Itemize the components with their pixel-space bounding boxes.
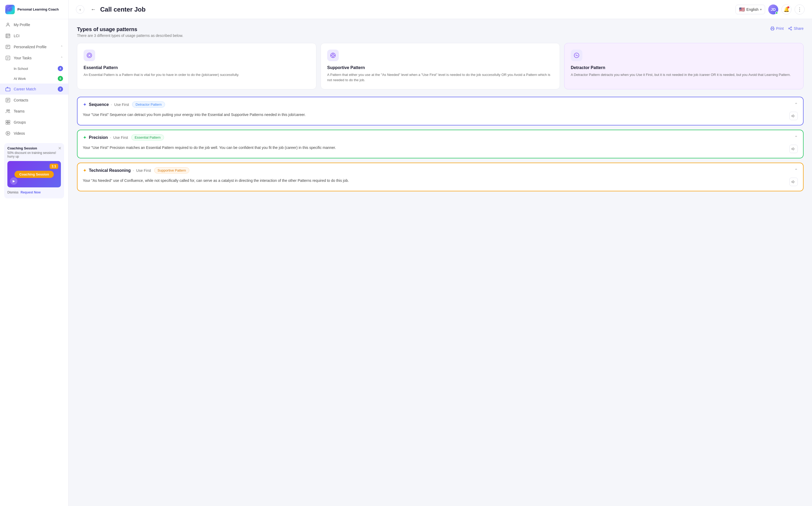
more-options-button[interactable]: ⋮: [795, 4, 805, 14]
sidebar-item-in-school[interactable]: In School 4: [0, 64, 68, 74]
in-school-badge: 4: [58, 66, 63, 71]
svg-point-15: [7, 110, 8, 111]
svg-line-28: [789, 27, 791, 28]
flag-icon: 🇺🇸: [739, 7, 745, 12]
sidebar-label-career-match: Career Match: [14, 87, 36, 91]
app-name: Personal Learning Coach: [17, 7, 59, 12]
notifications-button[interactable]: 🔔: [782, 4, 792, 14]
section-subtitle: There are 3 different types of usage pat…: [77, 33, 183, 38]
chevron-down-icon: ▾: [760, 8, 762, 11]
sidebar-item-your-tasks[interactable]: Your Tasks ⌃: [0, 53, 68, 64]
sequence-sep: -: [111, 102, 112, 107]
technical-reasoning-usage: Use First: [136, 168, 151, 173]
svg-point-1: [7, 23, 9, 25]
share-label: Share: [794, 26, 804, 30]
sidebar-item-videos[interactable]: Videos: [0, 128, 68, 139]
sidebar-toggle-button[interactable]: ‹: [76, 5, 84, 14]
sidebar-label-personalized-profile: Personalized Profile: [14, 45, 47, 49]
user-avatar[interactable]: JD: [768, 4, 778, 14]
sidebar-item-my-profile[interactable]: My Profile: [0, 19, 68, 30]
content-area: Types of usage patterns There are 3 diff…: [69, 19, 812, 506]
svg-point-30: [88, 54, 91, 57]
supportive-pattern-card: Supportive Pattern A Pattern that either…: [321, 43, 560, 89]
coaching-actions: Dismiss Request Now: [7, 189, 61, 195]
svg-rect-17: [6, 120, 8, 122]
technical-reasoning-chevron-icon: ⌃: [794, 168, 798, 173]
technical-reasoning-header[interactable]: ✦ Technical Reasoning - Use First Suppor…: [78, 163, 803, 178]
main-area: ‹ ← Call center Job 🇺🇸 English ▾ JD 🔔 ⋮ …: [69, 0, 812, 506]
svg-rect-10: [6, 88, 10, 91]
technical-reasoning-body: Your "As Needed" use of Confluence, whil…: [78, 178, 803, 191]
sequence-badge: Detractor Pattern: [132, 101, 165, 107]
dismiss-button[interactable]: Dismiss: [7, 189, 18, 195]
svg-marker-22: [7, 133, 9, 135]
sidebar-item-at-work[interactable]: At Work 6: [0, 74, 68, 84]
detractor-pattern-desc: A Detractor Pattern detracts you when yo…: [571, 72, 797, 78]
sidebar-label-groups: Groups: [14, 120, 26, 124]
svg-point-16: [8, 110, 10, 111]
sidebar-item-personalized-profile[interactable]: Personalized Profile ⌃: [0, 41, 68, 53]
svg-marker-38: [792, 115, 793, 117]
precision-usage: Use First: [113, 136, 128, 140]
sidebar-item-teams[interactable]: Teams: [0, 106, 68, 117]
sidebar-label-teams: Teams: [14, 109, 24, 113]
sidebar-label-videos: Videos: [14, 131, 25, 136]
sequence-header[interactable]: ✦ Sequence - Use First Detractor Pattern…: [78, 97, 803, 112]
sequence-description: Your "Use First" Sequence can detract yo…: [83, 112, 786, 117]
chevron-up-icon-tasks: ⌃: [60, 56, 63, 60]
sequence-usage: Use First: [114, 102, 129, 107]
section-header: Types of usage patterns There are 3 diff…: [77, 26, 804, 38]
sequence-audio-button[interactable]: [789, 112, 798, 120]
precision-pattern-box: ✦ Precision - Use First Essential Patter…: [77, 130, 804, 158]
share-button[interactable]: Share: [788, 26, 804, 30]
one-on-one-badge: 1:1: [50, 164, 58, 169]
coaching-close-button[interactable]: ✕: [58, 146, 62, 151]
avatar-initials: JD: [770, 7, 776, 12]
print-label: Print: [776, 26, 784, 30]
detractor-pattern-title: Detractor Pattern: [571, 65, 797, 70]
precision-description: Your "Use First" Precision matches an Es…: [83, 145, 786, 151]
sidebar-item-lci[interactable]: LCI: [0, 30, 68, 41]
precision-body: Your "Use First" Precision matches an Es…: [78, 145, 803, 158]
sidebar-label-lci: LCI: [14, 34, 19, 38]
request-now-button[interactable]: Request Now: [20, 189, 40, 195]
sidebar-item-groups[interactable]: Groups: [0, 117, 68, 128]
coaching-banner-label: Coaching Session: [14, 171, 54, 178]
supportive-pattern-title: Supportive Pattern: [327, 65, 553, 70]
svg-rect-19: [6, 122, 8, 124]
precision-diamond-icon: ✦: [83, 135, 87, 141]
page-title: Call center Job: [100, 6, 732, 13]
essential-pattern-title: Essential Pattern: [84, 65, 310, 70]
precision-audio-button[interactable]: [789, 145, 798, 153]
language-selector[interactable]: 🇺🇸 English ▾: [736, 5, 765, 14]
detractor-pattern-card: Detractor Pattern A Detractor Pattern de…: [564, 43, 804, 89]
career-match-badge: 2: [58, 86, 63, 92]
logo-icon: [5, 5, 15, 14]
sidebar-item-career-match[interactable]: Career Match 2: [0, 84, 68, 95]
precision-header[interactable]: ✦ Precision - Use First Essential Patter…: [78, 130, 803, 145]
svg-marker-0: [8, 7, 12, 12]
action-buttons: Print Share: [770, 26, 804, 30]
online-status-dot: [776, 12, 778, 14]
technical-reasoning-sep: -: [133, 168, 134, 173]
svg-point-26: [791, 29, 792, 30]
detractor-icon: [571, 50, 582, 61]
sidebar-label-contacts: Contacts: [14, 98, 28, 102]
technical-reasoning-audio-button[interactable]: [789, 178, 798, 186]
sequence-body: Your "Use First" Sequence can detract yo…: [78, 112, 803, 125]
svg-point-25: [789, 28, 790, 29]
svg-rect-23: [772, 29, 774, 30]
play-button[interactable]: ▶: [10, 177, 17, 185]
precision-sep: -: [110, 136, 111, 140]
technical-reasoning-badge: Supportive Pattern: [154, 167, 189, 173]
essential-icon: [84, 50, 95, 61]
print-button[interactable]: Print: [770, 26, 784, 30]
sidebar-item-contacts[interactable]: Contacts: [0, 95, 68, 106]
technical-reasoning-description: Your "As Needed" use of Confluence, whil…: [83, 178, 786, 183]
supportive-pattern-desc: A Pattern that either you use at the "As…: [327, 72, 553, 83]
essential-pattern-card: Essential Pattern An Essential Pattern i…: [77, 43, 316, 89]
svg-marker-40: [792, 181, 793, 183]
back-button[interactable]: ←: [91, 6, 96, 12]
svg-point-29: [87, 53, 92, 58]
essential-pattern-desc: An Essential Pattern is a Pattern that i…: [84, 72, 310, 78]
